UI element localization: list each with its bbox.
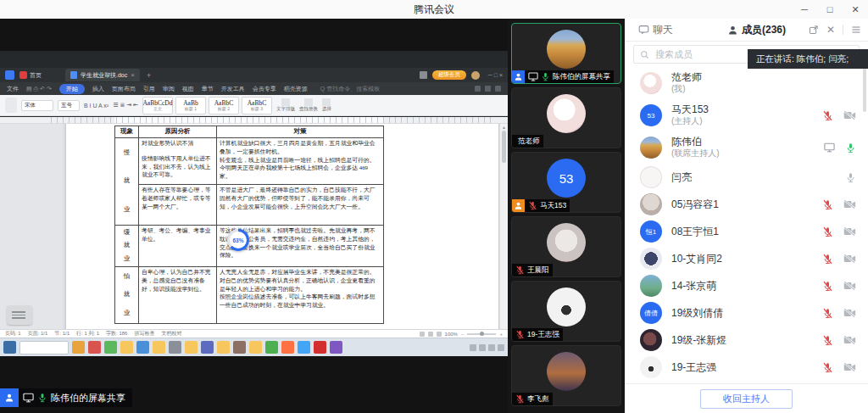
wps-document-tab: 学生就业帮扶.doc ×	[65, 69, 140, 81]
font-name-select: 宋体	[21, 100, 53, 111]
app-icon	[72, 341, 85, 354]
member-row[interactable]: 闫亮	[625, 164, 868, 191]
video-tile[interactable]: 19-王志强	[511, 281, 621, 342]
member-name: 闫亮	[671, 171, 692, 184]
participant-avatar: 53	[547, 159, 586, 198]
close-button[interactable]: ✕	[849, 4, 861, 15]
member-status-icons[interactable]	[845, 172, 856, 183]
style-chip: AaBbCcDd正文	[142, 97, 173, 114]
mic-muted-icon	[822, 226, 833, 237]
member-status-icons[interactable]	[822, 110, 856, 121]
app-icon	[169, 341, 181, 354]
table-row: 慢就业对就业形势认识不清疫情影响线下用人单位进不来，我们出不去，认为线上就业不可…	[115, 137, 384, 185]
ribbon-button: 查找替换	[299, 98, 318, 112]
camera-off-icon	[843, 335, 856, 345]
tile-label: 陈伟伯的屏幕共享	[512, 70, 614, 83]
member-status-icons[interactable]	[822, 308, 856, 319]
video-tile[interactable]: 陈伟伯的屏幕共享	[511, 23, 621, 84]
document-canvas: 现象 原因分析 对策 慢就业对就业形势认识不清疫情影响线下用人单位进不来，我们出…	[0, 124, 508, 329]
status-item: 行: 1 列: 1	[76, 330, 99, 338]
member-row[interactable]: 19级-张新煜	[625, 326, 868, 354]
recall-host-button[interactable]: 收回主持人	[700, 389, 793, 409]
member-row[interactable]: 19-王志强	[625, 354, 868, 381]
member-status-icons[interactable]	[822, 199, 856, 210]
style-chip: AaBb标题 1	[175, 97, 206, 114]
member-row[interactable]: 恒1 08王宇恒1	[625, 218, 868, 245]
ribbon-button: 选择	[322, 98, 331, 112]
col-header: 现象	[115, 126, 139, 138]
cause-cell: 考研、考公、考编、考事业单位。	[139, 225, 217, 266]
app-icon	[104, 341, 117, 354]
video-tile[interactable]: 王晨阳	[511, 216, 621, 277]
status-item: 页码: 1	[5, 330, 21, 338]
mic-muted-icon	[515, 265, 525, 275]
app-icon	[201, 341, 214, 354]
video-tile[interactable]: 李飞彪	[511, 345, 621, 406]
wps-menu-item: 页面布局	[112, 85, 136, 93]
member-name: 范老师	[671, 71, 702, 84]
minimize-button[interactable]: ─	[798, 4, 810, 14]
tile-label: 王晨阳	[512, 264, 553, 276]
chat-bubble-icon	[638, 25, 649, 36]
member-row[interactable]: 范老师 (我)	[625, 67, 868, 99]
mic-muted-icon	[822, 110, 833, 121]
video-tile[interactable]: 53 马天153	[511, 152, 621, 213]
member-name: 08王宇恒1	[671, 226, 719, 238]
folder-icon	[249, 341, 262, 354]
start-button	[3, 341, 16, 354]
mic-muted-icon	[822, 308, 833, 319]
member-row[interactable]: 53 马天153 (主持人)	[625, 99, 868, 131]
camera-off-icon	[843, 199, 856, 209]
member-status-icons[interactable]	[822, 362, 856, 373]
member-row[interactable]: 倩倩 19级刘倩倩	[625, 299, 868, 326]
wps-file-menu: 文件	[7, 85, 19, 93]
member-list: 范老师 (我) 53 马天153 (主持人) 陈伟伯 (联席主持人) 闫亮 05…	[625, 67, 868, 383]
wps-menu-item: 视图	[182, 85, 194, 93]
member-avatar	[640, 275, 662, 297]
member-name: 马天153	[671, 103, 709, 116]
panel-footer: 收回主持人	[625, 383, 868, 413]
member-avatar	[640, 193, 662, 215]
participant-avatar	[547, 30, 586, 69]
member-row[interactable]: 10-艾肖同2	[625, 245, 868, 272]
hamburger-menu-icon[interactable]	[851, 25, 861, 35]
host-badge-icon	[512, 199, 525, 212]
tab-members[interactable]: 成员(236)	[727, 23, 786, 37]
wps-status-bar: 页码: 1页面: 1/1节: 1/1行: 1 列: 1字数: 186拼写检查文档…	[0, 329, 508, 338]
wps-menu-item: 稻壳资源	[284, 85, 308, 93]
member-status-icons[interactable]	[822, 281, 856, 292]
screen-share-view[interactable]: 首页 学生就业帮扶.doc × + 超级会员 ─ □ × 文件 ▤ ⎙ ↶ ↷	[0, 19, 508, 413]
cause-cell: 自卑心理，认为自己并不完美，总感觉自己没有准备好，知识技能没学到位。	[139, 266, 217, 323]
tile-icons	[515, 330, 525, 339]
app-icon	[298, 341, 310, 354]
tab-chat[interactable]: 聊天	[638, 23, 673, 37]
wps-menu-item: 审阅	[163, 85, 175, 93]
col-header: 原因分析	[139, 126, 217, 138]
maximize-button[interactable]: □	[824, 4, 836, 14]
member-status-icons[interactable]	[822, 254, 856, 265]
member-status-icons[interactable]	[822, 335, 856, 346]
search-icon	[640, 50, 649, 59]
folder-icon	[120, 341, 133, 354]
panel-close-icon[interactable]: ✕	[826, 24, 835, 36]
ribbon-button: 文字排版	[276, 98, 295, 112]
member-row[interactable]: 14-张京萌	[625, 272, 868, 299]
tile-label: 马天153	[512, 199, 570, 212]
app-icon	[136, 341, 149, 354]
wps-menu-item: 插入	[92, 85, 104, 93]
tile-participant-name: 陈伟伯的屏幕共享	[553, 72, 610, 82]
video-tile[interactable]: 范老师	[511, 87, 621, 148]
participant-avatar	[547, 223, 586, 262]
participant-avatar	[547, 94, 586, 133]
view-mode-icon	[420, 332, 425, 337]
popout-icon[interactable]	[809, 25, 819, 35]
member-list-scrollbar[interactable]	[863, 68, 866, 112]
member-status-icons[interactable]	[824, 142, 856, 153]
camera-off-icon	[843, 362, 856, 372]
tile-icons	[528, 201, 537, 210]
member-row[interactable]: 05冯容容1	[625, 191, 868, 218]
tile-icons	[515, 265, 525, 275]
member-status-icons[interactable]	[822, 226, 856, 237]
member-row[interactable]: 陈伟伯 (联席主持人)	[625, 131, 868, 164]
speaking-tooltip: 正在讲话: 陈伟伯; 闫亮;	[748, 49, 868, 69]
